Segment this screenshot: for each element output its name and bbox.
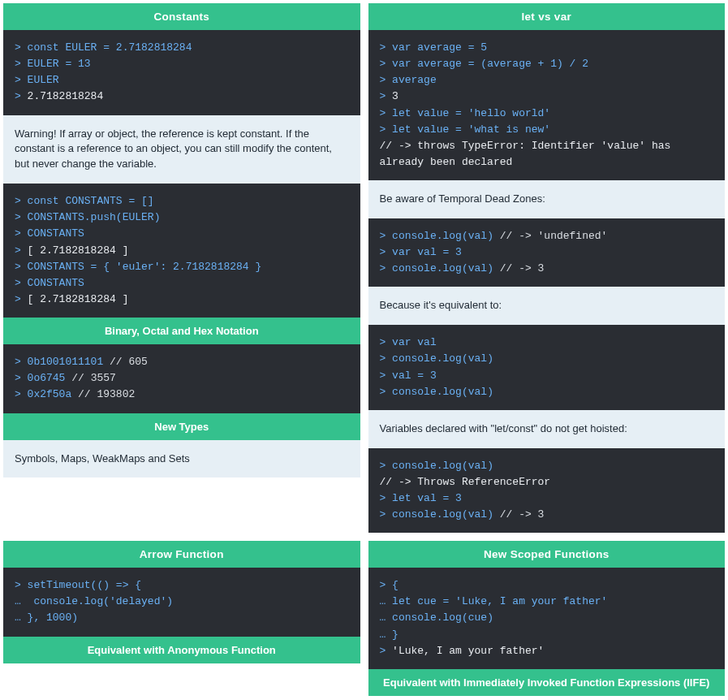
header-scoped: New Scoped Functions <box>368 541 726 568</box>
note-letvar-2: Because it's equivalent to: <box>368 287 726 325</box>
footer-arrow: Equivalent with Anonymous Function <box>3 637 360 663</box>
code-letvar-3: > var val > console.log(val) > val = 3 >… <box>368 325 726 410</box>
header-arrow: Arrow Function <box>3 541 360 568</box>
footer-scoped: Equivalent with Immediately Invoked Func… <box>368 669 726 696</box>
note-letvar-3: Variables declared with "let/const" do n… <box>368 410 726 448</box>
header-constants: Constants <box>3 3 360 30</box>
card-arrow: Arrow Function > setTimeout(() => { … co… <box>3 541 360 696</box>
card-constants: Constants > const EULER = 2.7182818284 >… <box>3 3 360 533</box>
header-letvar: let vs var <box>368 3 726 30</box>
card-letvar: let vs var > var average = 5 > var avera… <box>368 3 726 533</box>
code-letvar-4: > console.log(val) // -> Throws Referenc… <box>368 448 726 534</box>
note-letvar-1: Be aware of Temporal Dead Zones: <box>368 180 726 218</box>
card-scoped: New Scoped Functions > { … let cue = 'Lu… <box>368 541 726 696</box>
code-letvar-1: > var average = 5 > var average = (avera… <box>368 30 726 180</box>
header-newtypes: New Types <box>3 413 360 440</box>
code-constants-2: > const CONSTANTS = [] > CONSTANTS.push(… <box>3 184 360 318</box>
code-constants-1: > const EULER = 2.7182818284 > EULER = 1… <box>3 30 360 115</box>
code-scoped: > { … let cue = 'Luke, I am your father'… <box>368 568 726 669</box>
code-binary: > 0b1001011101 // 605 > 0o6745 // 3557 >… <box>3 344 360 413</box>
note-newtypes: Symbols, Maps, WeakMaps and Sets <box>3 440 360 478</box>
header-binary: Binary, Octal and Hex Notation <box>3 318 360 344</box>
code-letvar-2: > console.log(val) // -> 'undefined' > v… <box>368 218 726 287</box>
code-arrow: > setTimeout(() => { … console.log('dela… <box>3 568 360 636</box>
note-constants-warning: Warning! If array or object, the referen… <box>3 115 360 184</box>
